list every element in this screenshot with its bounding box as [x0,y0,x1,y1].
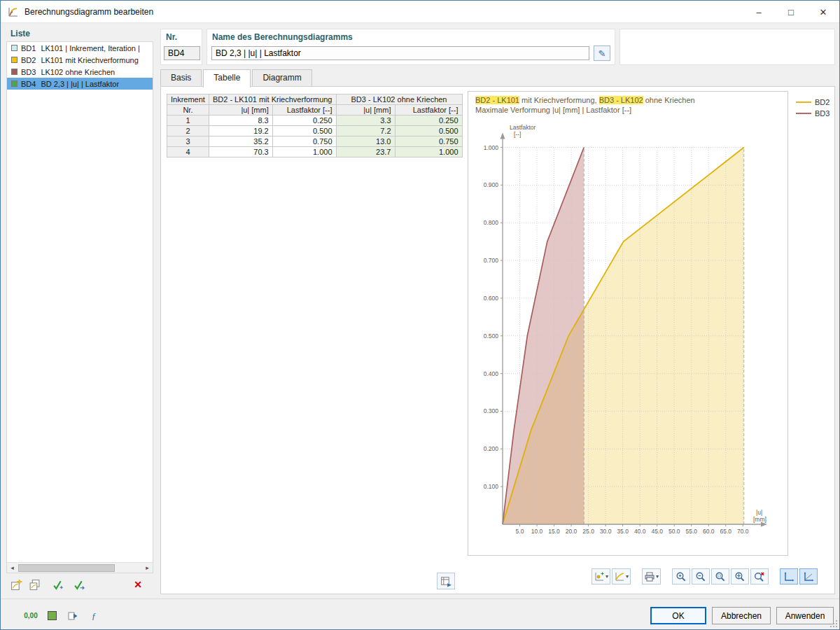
zoom-in-button[interactable] [672,568,690,584]
list-item-bd1[interactable]: BD1 LK101 | Inkrement, Iteration | [7,42,153,54]
list-panel-label: Liste [10,29,30,38]
cell-bd3-u[interactable]: 13.0 [336,136,395,147]
diagram-plot[interactable]: 5.010.015.020.025.030.035.040.045.050.05… [469,117,785,550]
cell-bd3-u[interactable]: 3.3 [336,115,395,126]
display-properties-button[interactable] [64,607,82,624]
curve-options-button[interactable]: ▾ [612,568,631,584]
function-editor-button[interactable]: ƒ [85,607,103,624]
cell-bd2-u[interactable]: 35.2 [209,136,272,147]
color-swatch-bd4 [11,80,18,87]
check-transfer-button[interactable] [71,576,88,593]
color-swatch-bd1 [11,45,18,51]
check-transfer-icon [74,579,85,591]
maximize-button[interactable]: □ [775,1,807,23]
tab-tabelle[interactable]: Tabelle [203,69,251,88]
cell-bd2-u[interactable]: 19.2 [209,126,272,136]
delete-diagram-button[interactable]: ✕ [130,576,146,593]
dialog-icon [8,6,19,18]
svg-text:70.0: 70.0 [737,528,749,535]
svg-text:0.600: 0.600 [484,295,499,302]
svg-text:20.0: 20.0 [566,528,578,535]
cell-bd2-lastfaktor[interactable]: 0.500 [272,126,336,136]
table-row: 2 19.2 0.500 7.2 0.500 [167,126,463,136]
nr-input[interactable] [164,46,200,60]
new-diagram-button[interactable] [8,576,24,593]
ok-button[interactable]: OK [650,607,706,624]
apply-button[interactable]: Anwenden [776,607,834,624]
cell-bd2-u[interactable]: 8.3 [209,115,272,126]
list-item-bd3[interactable]: BD3 LK102 ohne Kriechen [7,66,153,78]
zoom-reset-button[interactable] [750,568,769,584]
decimal-places-button[interactable]: 0,00 [22,607,40,624]
scrollbar-thumb[interactable] [18,564,115,572]
svg-text:55.0: 55.0 [685,528,697,535]
row-number[interactable]: 1 [167,115,209,126]
minimize-button[interactable]: – [743,1,775,23]
list-item-bd2[interactable]: BD2 LK101 mit Kriechverformung [7,54,153,66]
print-button[interactable]: ▾ [642,568,661,584]
cell-bd2-lastfaktor[interactable]: 0.250 [272,115,336,126]
list-item-label: LK102 ohne Kriechen [41,68,115,76]
svg-text:0.400: 0.400 [484,370,499,377]
color-swatch-bd2 [11,57,18,63]
svg-text:50.0: 50.0 [668,528,680,535]
col-header-nr: Nr. [167,105,209,115]
svg-text:0.300: 0.300 [484,407,499,414]
cell-bd3-u[interactable]: 23.7 [336,147,395,158]
list-horizontal-scrollbar[interactable]: ◂ ▸ [7,562,153,573]
col-header-bd3-u: |u| [mm] [336,105,395,115]
row-number[interactable]: 3 [167,136,209,147]
row-number[interactable]: 2 [167,126,209,136]
display-properties-icon [67,610,78,622]
cell-bd3-lastfaktor[interactable]: 0.750 [395,136,462,147]
cell-bd3-lastfaktor[interactable]: 0.250 [395,115,462,126]
list-item-id: BD3 [21,68,36,76]
svg-text:35.0: 35.0 [617,528,629,535]
copy-diagram-button[interactable] [26,576,43,593]
svg-text:|u|: |u| [756,509,762,516]
export-table-button[interactable] [437,573,455,589]
axis-x-scale-toggle[interactable] [780,568,798,584]
legend-item: BD2 [795,97,836,108]
zoom-window-button[interactable] [711,568,729,584]
point-options-button[interactable]: ▾ [592,568,610,584]
zoom-drag-button[interactable] [731,568,749,584]
row-number[interactable]: 4 [167,147,209,158]
cell-bd3-u[interactable]: 7.2 [336,126,395,136]
name-input[interactable] [211,46,589,60]
svg-text:45.0: 45.0 [651,528,663,535]
decimal-places-icon: 0,00 [24,612,37,620]
axis-y-scale-toggle[interactable] [799,568,818,584]
cell-bd3-lastfaktor[interactable]: 1.000 [395,147,462,158]
svg-text:0.800: 0.800 [484,219,499,226]
zoom-out-button[interactable] [692,568,710,584]
edit-calculation-diagram-dialog: Berechnungsdiagramm bearbeiten – □ ✕ Lis… [0,0,840,630]
svg-text:0.200: 0.200 [484,445,499,452]
tab-basis[interactable]: Basis [160,69,202,86]
cell-bd2-lastfaktor[interactable]: 1.000 [272,147,336,158]
zoom-drag-icon [734,571,746,582]
bottom-separator [1,598,839,599]
tab-diagramm[interactable]: Diagramm [252,69,312,86]
close-button[interactable]: ✕ [807,1,839,23]
scroll-left-arrow[interactable]: ◂ [7,563,18,573]
chart-title-line1: BD2 - LK101 mit Kriechverformung, BD3 - … [475,95,785,105]
svg-text:0.100: 0.100 [484,483,499,490]
list-item-label: BD 2,3 | |u| | Lastfaktor [41,80,119,88]
check-apply-button[interactable] [50,576,66,593]
scroll-right-arrow[interactable]: ▸ [142,563,153,573]
cancel-button[interactable]: Abbrechen [712,607,771,624]
color-scale-button[interactable] [43,607,61,624]
curve-options-icon [614,571,625,582]
svg-text:60.0: 60.0 [703,528,715,535]
list-item-bd4-selected[interactable]: BD4 BD 2,3 | |u| | Lastfaktor [7,78,153,90]
cell-bd2-lastfaktor[interactable]: 0.750 [272,136,336,147]
diagram-box: BD2 - LK101 mit Kriechverformung, BD3 - … [468,91,788,556]
svg-text:5.0: 5.0 [516,528,524,535]
cell-bd3-lastfaktor[interactable]: 0.500 [395,126,462,136]
resize-grip[interactable] [830,620,838,628]
col-group-bd3: BD3 - LK102 ohne Kriechen [336,94,462,105]
edit-name-button[interactable]: ✎ [594,46,610,61]
svg-text:40.0: 40.0 [634,528,646,535]
cell-bd2-u[interactable]: 70.3 [209,147,272,158]
